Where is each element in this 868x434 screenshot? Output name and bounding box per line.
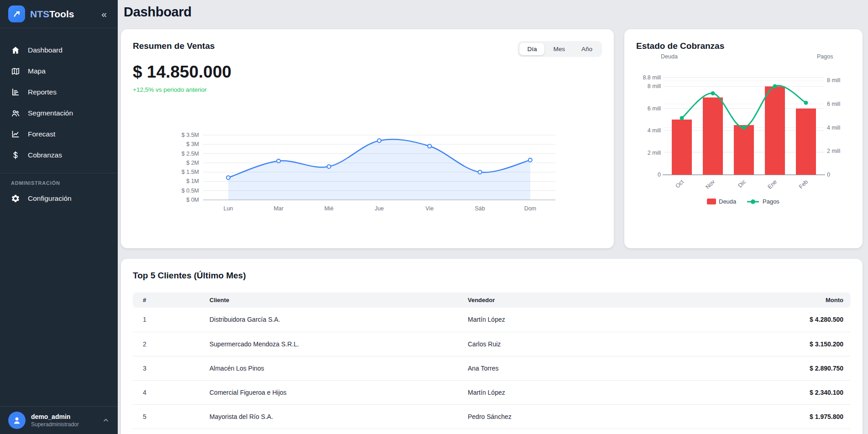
period-option-ano[interactable]: Año [574,43,600,55]
cards-row: Resumen de Ventas DíaMesAño $ 14.850.000… [121,29,863,248]
svg-text:8 mill: 8 mill [827,77,840,84]
svg-text:$ 3M: $ 3M [186,141,199,147]
svg-text:Deuda: Deuda [719,198,737,205]
brand-logo [8,5,25,22]
svg-text:Nov: Nov [704,178,716,190]
avatar [8,412,26,429]
sales-total: $ 14.850.000 [133,63,602,82]
svg-text:2 mill: 2 mill [648,150,661,156]
sidebar-item-reportes[interactable]: Reportes [0,82,118,103]
chevron-up-icon[interactable] [102,417,110,424]
row-rank: 2 [133,332,202,356]
svg-text:$ 1M: $ 1M [186,178,199,184]
cobranzas-card: Estado de Cobranzas DeudaPagos8.8 mill8 … [624,29,863,248]
svg-text:8.8 mill: 8.8 mill [643,74,661,81]
sidebar-item-label: Segmentación [28,109,73,117]
column-header-monto: Monto [709,293,851,308]
sales-line-chart-svg: $ 0M$ 0.5M$ 1M$ 1.5M$ 2M$ 2.5M$ 3M$ 3.5M… [178,129,557,218]
sidebar-item-configuracion[interactable]: Configuración [0,188,118,209]
row-seller: Martín López [460,380,709,404]
column-header--: # [133,293,202,308]
user-icon [12,415,22,425]
main-content: Dashboard Resumen de Ventas DíaMesAño $ … [118,0,868,434]
row-seller: Carlos Ruiz [460,332,709,356]
cobranzas-bar-line-chart-svg: DeudaPagos8.8 mill8 mill6 mill4 mill2 mi… [636,52,851,212]
sidebar-item-dashboard[interactable]: Dashboard [0,40,118,61]
table-row: 4Comercial Figueroa e HijosMartín López$… [133,380,851,404]
gear-icon [11,194,20,203]
sidebar-item-cobranzas[interactable]: Cobranzas [0,145,118,166]
user-panel[interactable]: demo_admin Superadministrador [0,406,118,434]
svg-text:Pagos: Pagos [763,198,779,205]
row-seller: Pedro Sánchez [460,404,709,429]
user-meta: demo_admin Superadministrador [31,413,97,428]
svg-text:4 mill: 4 mill [827,125,840,131]
top-clients-title: Top 5 Clientes (Último Mes) [133,271,851,281]
row-rank: 3 [133,356,202,380]
table-header: #ClienteVendedorMonto [133,293,851,308]
sales-delta: +12,5% vs periodo anterior [133,86,602,93]
svg-text:Dom: Dom [524,205,536,212]
sidebar-item-label: Configuración [28,194,72,203]
svg-text:Vie: Vie [425,205,434,212]
table-row: 5Mayorista del Río S.A.Pedro Sánchez$ 1.… [133,404,851,429]
admin-section-label: ADMINISTRACIÓN [0,173,118,188]
sidebar-item-label: Cobranzas [28,151,62,159]
sales-summary-card: Resumen de Ventas DíaMesAño $ 14.850.000… [121,29,614,248]
table-row: 1Distribuidora García S.A.Martín López$ … [133,308,851,332]
svg-text:Mié: Mié [324,205,334,212]
cobranzas-card-title: Estado de Cobranzas [636,41,851,51]
sales-chart[interactable]: $ 0M$ 0.5M$ 1M$ 1.5M$ 2M$ 2.5M$ 3M$ 3.5M… [133,129,602,218]
page-title: Dashboard [124,5,863,20]
sidebar-item-mapa[interactable]: Mapa [0,61,118,82]
svg-text:8 mill: 8 mill [648,83,661,89]
row-seller: Ana Torres [460,356,709,380]
sidebar-nav: DashboardMapaReportesSegmentaciónForecas… [0,28,118,166]
row-rank: 5 [133,404,202,429]
svg-text:Oct: Oct [674,178,685,189]
svg-text:Deuda: Deuda [661,53,678,60]
row-amount: $ 2.890.750 [709,356,851,380]
column-header-cliente: Cliente [202,293,460,308]
svg-text:Dic: Dic [737,178,747,189]
row-amount: $ 3.150.200 [709,332,851,356]
sidebar-item-forecast[interactable]: Forecast [0,124,118,145]
home-icon [11,46,20,55]
top-clients-card: Top 5 Clientes (Último Mes) #ClienteVend… [121,259,863,434]
row-client: Comercial Figueroa e Hijos [202,380,460,404]
cobranzas-chart[interactable]: DeudaPagos8.8 mill8 mill6 mill4 mill2 mi… [636,52,851,214]
svg-text:Feb: Feb [798,178,809,190]
map-icon [11,67,20,76]
period-option-mes[interactable]: Mes [545,43,573,55]
sidebar-item-segmentacion[interactable]: Segmentación [0,103,118,124]
sidebar-item-label: Forecast [28,130,55,138]
svg-text:2 mill: 2 mill [827,148,840,154]
table-row: 2Supermercado Mendoza S.R.L.Carlos Ruiz$… [133,332,851,356]
svg-text:$ 0M: $ 0M [186,197,199,203]
svg-text:Pagos: Pagos [817,53,833,60]
svg-text:Mar: Mar [274,205,284,212]
sidebar-item-label: Dashboard [28,46,63,54]
collapse-sidebar-button[interactable]: « [99,8,109,20]
top-clients-table: #ClienteVendedorMonto 1Distribuidora Gar… [133,293,851,429]
row-amount: $ 2.340.100 [709,380,851,404]
sidebar: NTSTools « DashboardMapaReportesSegmenta… [0,0,118,434]
trend-arrow-icon [12,9,22,19]
svg-text:Ene: Ene [766,178,778,190]
user-name: demo_admin [31,413,97,420]
svg-text:4 mill: 4 mill [648,127,661,134]
row-rank: 4 [133,380,202,404]
row-client: Supermercado Mendoza S.R.L. [202,332,460,356]
svg-text:Jue: Jue [375,205,384,212]
bar-chart-icon [11,88,20,97]
svg-text:0: 0 [827,172,830,178]
user-role: Superadministrador [31,421,97,428]
period-option-dia[interactable]: Día [519,43,544,55]
row-rank: 1 [133,308,202,332]
chevrons-left-icon: « [101,9,107,19]
svg-text:Sáb: Sáb [475,205,485,212]
sales-card-title: Resumen de Ventas [133,41,215,51]
brand-name: NTSTools [30,9,94,20]
svg-text:Lun: Lun [224,205,233,212]
row-seller: Martín López [460,308,709,332]
